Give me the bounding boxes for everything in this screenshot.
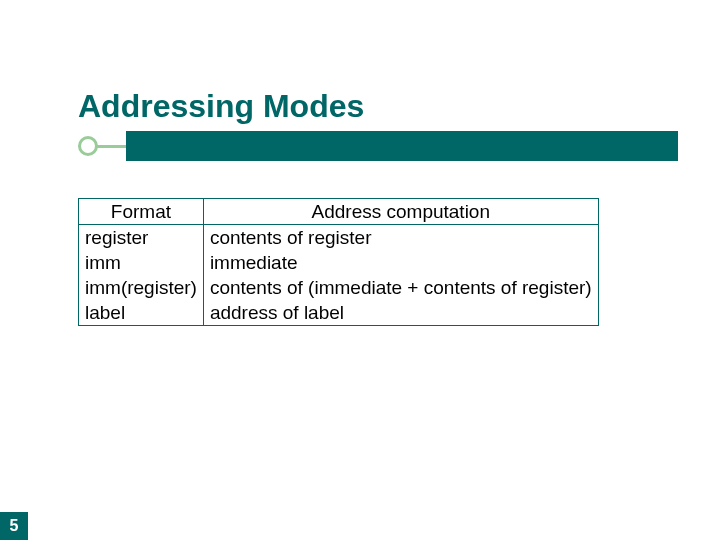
- cell-computation: address of label: [203, 300, 597, 325]
- slide-title: Addressing Modes: [78, 88, 678, 125]
- addressing-modes-table: Format Address computation register cont…: [78, 198, 599, 326]
- title-underline: [78, 131, 678, 161]
- header-format: Format: [79, 199, 203, 225]
- title-bar: [126, 131, 678, 161]
- cell-computation: contents of register: [203, 225, 597, 251]
- table-row: register contents of register: [79, 225, 598, 251]
- page-number: 5: [0, 512, 28, 540]
- cell-format: register: [79, 225, 203, 251]
- bullet-circle-icon: [78, 136, 98, 156]
- slide-header: Addressing Modes: [78, 88, 678, 161]
- table-row: imm immediate: [79, 250, 598, 275]
- table-row: imm(register) contents of (immediate + c…: [79, 275, 598, 300]
- cell-computation: contents of (immediate + contents of reg…: [203, 275, 597, 300]
- table-row: label address of label: [79, 300, 598, 325]
- cell-format: imm: [79, 250, 203, 275]
- cell-computation: immediate: [203, 250, 597, 275]
- cell-format: imm(register): [79, 275, 203, 300]
- table-header-row: Format Address computation: [79, 199, 598, 225]
- cell-format: label: [79, 300, 203, 325]
- bullet-connector: [97, 145, 127, 148]
- header-computation: Address computation: [203, 199, 597, 225]
